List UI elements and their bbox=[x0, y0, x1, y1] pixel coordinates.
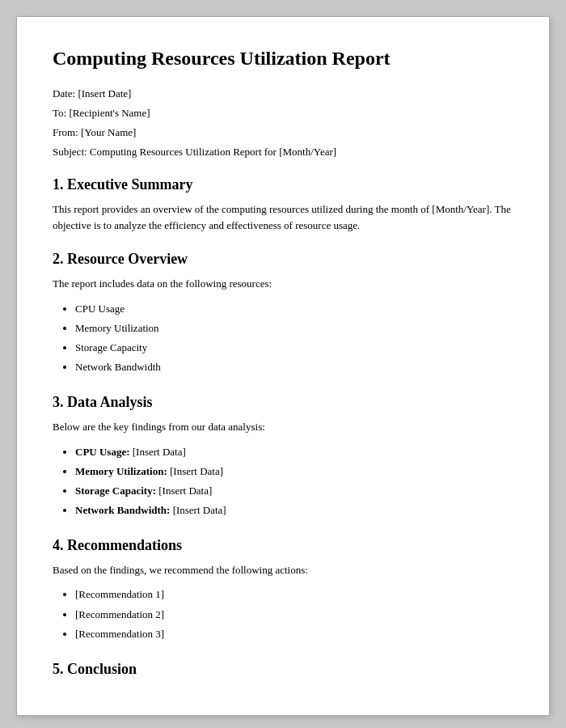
to-value: [Recipient's Name] bbox=[69, 107, 150, 119]
meta-subject: Subject: Computing Resources Utilization… bbox=[53, 146, 513, 159]
document-container: Computing Resources Utilization Report D… bbox=[16, 16, 550, 716]
section-body-4: Based on the findings, we recommend the … bbox=[53, 562, 513, 578]
document-title: Computing Resources Utilization Report bbox=[53, 46, 513, 71]
list-item: CPU Usage bbox=[75, 300, 513, 318]
sections-container: 1. Executive SummaryThis report provides… bbox=[53, 176, 513, 678]
subject-value: Computing Resources Utilization Report f… bbox=[90, 146, 336, 158]
list-item: [Recommendation 2] bbox=[75, 606, 513, 624]
section-body-3: Below are the key findings from our data… bbox=[53, 419, 513, 435]
list-item: [Recommendation 1] bbox=[75, 586, 513, 603]
list-item: [Recommendation 3] bbox=[75, 625, 513, 643]
from-value: [Your Name] bbox=[81, 126, 136, 138]
list-item: CPU Usage: [Insert Data] bbox=[75, 443, 513, 461]
date-value: [Insert Date] bbox=[78, 87, 131, 99]
meta-from: From: [Your Name] bbox=[53, 126, 513, 139]
section-heading-2: 2. Resource Overview bbox=[53, 251, 513, 268]
section-list-2: CPU UsageMemory UtilizationStorage Capac… bbox=[75, 300, 513, 376]
list-item: Network Bandwidth: [Insert Data] bbox=[75, 502, 513, 519]
meta-date: Date: [Insert Date] bbox=[53, 87, 513, 100]
list-item: Memory Utilization bbox=[75, 320, 513, 337]
list-item: Network Bandwidth bbox=[75, 358, 513, 376]
section-heading-3: 3. Data Analysis bbox=[53, 394, 513, 411]
subject-label: Subject: bbox=[53, 146, 87, 158]
list-item: Storage Capacity bbox=[75, 339, 513, 357]
section-list-4: [Recommendation 1][Recommendation 2][Rec… bbox=[75, 586, 513, 642]
section-heading-4: 4. Recommendations bbox=[53, 537, 513, 554]
section-list-3: CPU Usage: [Insert Data]Memory Utilizati… bbox=[75, 443, 513, 519]
section-body-1: This report provides an overview of the … bbox=[53, 201, 513, 233]
date-label: Date: bbox=[53, 87, 75, 99]
section-heading-1: 1. Executive Summary bbox=[53, 176, 513, 193]
to-label: To: bbox=[53, 107, 66, 119]
list-item: Memory Utilization: [Insert Data] bbox=[75, 463, 513, 480]
from-label: From: bbox=[53, 126, 78, 138]
list-item: Storage Capacity: [Insert Data] bbox=[75, 482, 513, 500]
meta-to: To: [Recipient's Name] bbox=[53, 107, 513, 120]
section-heading-5: 5. Conclusion bbox=[53, 661, 513, 678]
section-body-2: The report includes data on the followin… bbox=[53, 276, 513, 292]
